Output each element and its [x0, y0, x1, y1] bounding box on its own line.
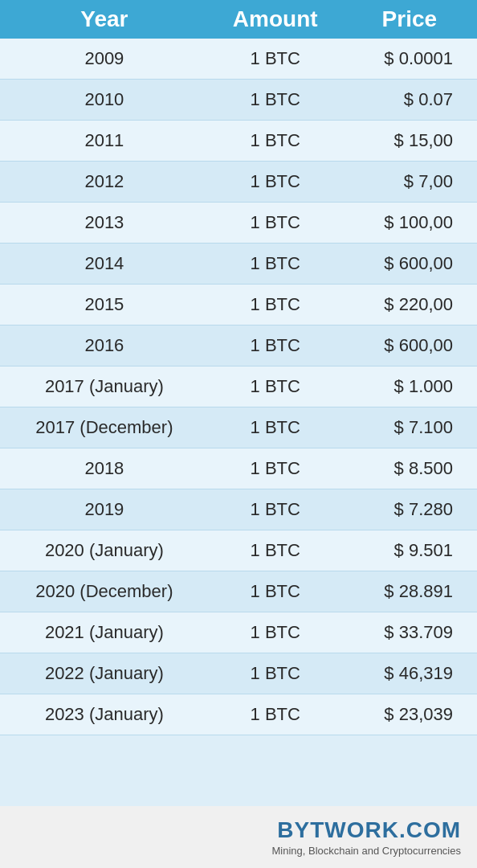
cell-price: $ 0.07 [342, 80, 477, 121]
cell-amount: 1 BTC [209, 326, 342, 366]
cell-year: 2015 [0, 285, 209, 326]
table-row: 2020 (December)1 BTC$ 28.891 [0, 571, 477, 612]
cell-amount: 1 BTC [209, 244, 342, 285]
cell-amount: 1 BTC [209, 694, 342, 735]
cell-amount: 1 BTC [209, 121, 342, 162]
cell-year: 2017 (December) [0, 407, 209, 448]
table-row: 20181 BTC$ 8.500 [0, 448, 477, 489]
table-row: 20151 BTC$ 220,00 [0, 285, 477, 326]
brand-tagline: Mining, Blockchain and Cryptocurrencies [16, 845, 461, 857]
cell-price: $ 9.501 [342, 530, 477, 571]
table-row: 2017 (January)1 BTC$ 1.000 [0, 366, 477, 407]
cell-year: 2011 [0, 121, 209, 162]
cell-amount: 1 BTC [209, 653, 342, 694]
bitcoin-price-table: Year Amount Price 20091 BTC$ 0.000120101… [0, 0, 477, 806]
cell-year: 2020 (January) [0, 530, 209, 571]
cell-year: 2009 [0, 39, 209, 80]
cell-amount: 1 BTC [209, 448, 342, 489]
brand-name: BYTWORK.COM [16, 817, 461, 843]
table-row: 20131 BTC$ 100,00 [0, 203, 477, 244]
cell-year: 2010 [0, 80, 209, 121]
table-row: 20101 BTC$ 0.07 [0, 80, 477, 121]
header-amount: Amount [209, 0, 342, 39]
cell-price: $ 7.100 [342, 407, 477, 448]
cell-year: 2019 [0, 489, 209, 530]
cell-year: 2017 (January) [0, 366, 209, 407]
cell-year: 2018 [0, 448, 209, 489]
cell-amount: 1 BTC [209, 530, 342, 571]
cell-price: $ 0.0001 [342, 39, 477, 80]
cell-amount: 1 BTC [209, 39, 342, 80]
footer: BYTWORK.COM Mining, Blockchain and Crypt… [0, 806, 477, 868]
table-row: 2017 (December)1 BTC$ 7.100 [0, 407, 477, 448]
table-row: 20191 BTC$ 7.280 [0, 489, 477, 530]
cell-amount: 1 BTC [209, 612, 342, 653]
table-row: 2021 (January)1 BTC$ 33.709 [0, 612, 477, 653]
cell-price: $ 100,00 [342, 203, 477, 244]
cell-price: $ 28.891 [342, 571, 477, 612]
cell-price: $ 7.280 [342, 489, 477, 530]
cell-price: $ 600,00 [342, 244, 477, 285]
cell-price: $ 8.500 [342, 448, 477, 489]
cell-amount: 1 BTC [209, 571, 342, 612]
cell-price: $ 7,00 [342, 162, 477, 203]
cell-amount: 1 BTC [209, 489, 342, 530]
cell-year: 2022 (January) [0, 653, 209, 694]
cell-price: $ 46,319 [342, 653, 477, 694]
cell-price: $ 600,00 [342, 326, 477, 366]
cell-year: 2016 [0, 326, 209, 366]
header-year: Year [0, 0, 209, 39]
cell-amount: 1 BTC [209, 162, 342, 203]
table-row: 20141 BTC$ 600,00 [0, 244, 477, 285]
cell-price: $ 23,039 [342, 694, 477, 735]
cell-price: $ 15,00 [342, 121, 477, 162]
cell-year: 2020 (December) [0, 571, 209, 612]
cell-year: 2012 [0, 162, 209, 203]
table-header-row: Year Amount Price [0, 0, 477, 39]
cell-amount: 1 BTC [209, 407, 342, 448]
cell-amount: 1 BTC [209, 203, 342, 244]
cell-year: 2013 [0, 203, 209, 244]
cell-price: $ 220,00 [342, 285, 477, 326]
table-row: 20111 BTC$ 15,00 [0, 121, 477, 162]
header-price: Price [342, 0, 477, 39]
table-row: 20161 BTC$ 600,00 [0, 326, 477, 366]
table-row: 2022 (January)1 BTC$ 46,319 [0, 653, 477, 694]
table-row: 2020 (January)1 BTC$ 9.501 [0, 530, 477, 571]
cell-year: 2023 (January) [0, 694, 209, 735]
cell-amount: 1 BTC [209, 366, 342, 407]
cell-amount: 1 BTC [209, 80, 342, 121]
cell-price: $ 1.000 [342, 366, 477, 407]
cell-price: $ 33.709 [342, 612, 477, 653]
cell-year: 2014 [0, 244, 209, 285]
table-row: 20091 BTC$ 0.0001 [0, 39, 477, 80]
cell-year: 2021 (January) [0, 612, 209, 653]
table-row: 2023 (January)1 BTC$ 23,039 [0, 694, 477, 735]
table-row: 20121 BTC$ 7,00 [0, 162, 477, 203]
cell-amount: 1 BTC [209, 285, 342, 326]
